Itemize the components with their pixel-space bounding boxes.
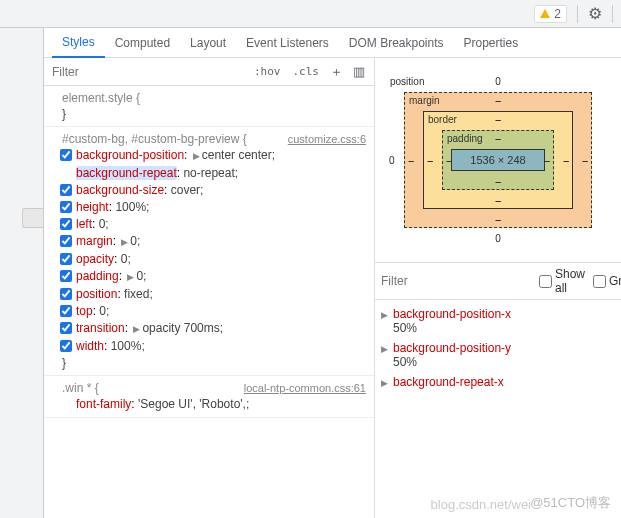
devtools-tabs: StylesComputedLayoutEvent ListenersDOM B… xyxy=(44,28,621,58)
styles-pane: :hov .cls ＋ ▥ element.style {}customize.… xyxy=(44,58,375,518)
css-value[interactable]: 0; xyxy=(99,217,109,231)
css-declaration[interactable]: width: 100%; xyxy=(62,338,366,355)
divider xyxy=(577,5,578,23)
css-value[interactable]: fixed; xyxy=(124,287,153,301)
property-toggle-checkbox[interactable] xyxy=(60,270,72,282)
margin-label: margin xyxy=(409,95,440,106)
css-value[interactable]: opacity 700ms; xyxy=(142,321,223,335)
cls-toggle[interactable]: .cls xyxy=(287,65,326,78)
source-link[interactable]: local-ntp-common.css:61 xyxy=(244,380,366,396)
expand-icon[interactable]: ▶ xyxy=(131,324,142,334)
property-toggle-checkbox[interactable] xyxy=(60,149,72,161)
computed-property[interactable]: ▶background-position-y50% xyxy=(375,338,621,372)
css-property[interactable]: background-repeat xyxy=(76,166,177,180)
toggle-panel-icon[interactable]: ▥ xyxy=(348,64,370,79)
css-value[interactable]: 0; xyxy=(130,234,140,248)
css-property[interactable]: margin xyxy=(76,234,113,248)
css-property[interactable]: height xyxy=(76,200,109,214)
property-toggle-checkbox[interactable] xyxy=(60,201,72,213)
selector[interactable]: element.style { xyxy=(62,91,140,105)
tab-properties[interactable]: Properties xyxy=(454,28,529,58)
expand-icon[interactable]: ▶ xyxy=(381,344,388,354)
css-rule: local-ntp-common.css:61.win * {font-fami… xyxy=(44,376,374,418)
show-all-checkbox[interactable]: Show all xyxy=(539,267,585,295)
css-declaration[interactable]: background-repeat: no-repeat; xyxy=(62,165,366,182)
css-declaration[interactable]: opacity: 0; xyxy=(62,251,366,268)
expand-icon[interactable]: ▶ xyxy=(191,151,202,161)
expand-icon[interactable]: ▶ xyxy=(119,237,130,247)
border-label: border xyxy=(428,114,457,125)
tab-event-listeners[interactable]: Event Listeners xyxy=(236,28,339,58)
css-property[interactable]: width xyxy=(76,339,104,353)
css-property[interactable]: background-size xyxy=(76,183,164,197)
css-value[interactable]: 100%; xyxy=(111,339,145,353)
warning-count: 2 xyxy=(554,7,561,21)
left-gutter xyxy=(0,28,44,518)
selector[interactable]: #custom-bg, #custom-bg-preview { xyxy=(62,132,247,146)
css-value[interactable]: 0; xyxy=(136,269,146,283)
css-value[interactable]: 0; xyxy=(121,252,131,266)
css-declaration[interactable]: transition: ▶opacity 700ms; xyxy=(62,320,366,338)
selector[interactable]: .win * { xyxy=(62,381,99,395)
position-label: position xyxy=(390,76,424,87)
collapsed-panel-tab[interactable] xyxy=(22,208,43,228)
css-value[interactable]: 0; xyxy=(99,304,109,318)
expand-icon[interactable]: ▶ xyxy=(381,310,388,320)
css-value[interactable]: 'Segoe UI', 'Roboto',; xyxy=(138,397,249,411)
css-property[interactable]: background-position xyxy=(76,148,184,162)
css-rule: element.style {} xyxy=(44,86,374,127)
computed-sidebar: position 0 0 0 margin ‒ ‒ ‒ ‒ xyxy=(375,58,621,518)
tab-dom-breakpoints[interactable]: DOM Breakpoints xyxy=(339,28,454,58)
styles-filter-input[interactable] xyxy=(48,61,248,83)
css-property[interactable]: transition xyxy=(76,321,125,335)
tab-computed[interactable]: Computed xyxy=(105,28,180,58)
css-value[interactable]: 100%; xyxy=(115,200,149,214)
new-style-rule-icon[interactable]: ＋ xyxy=(325,63,348,81)
box-model[interactable]: position 0 0 0 margin ‒ ‒ ‒ ‒ xyxy=(375,58,621,262)
property-toggle-checkbox[interactable] xyxy=(60,288,72,300)
computed-property[interactable]: ▶background-position-x50% xyxy=(375,304,621,338)
computed-filter-input[interactable] xyxy=(381,274,531,288)
divider xyxy=(612,5,613,23)
css-property[interactable]: opacity xyxy=(76,252,114,266)
css-property[interactable]: top xyxy=(76,304,93,318)
source-link[interactable]: customize.css:6 xyxy=(288,131,366,147)
css-property[interactable]: left xyxy=(76,217,92,231)
gear-icon[interactable]: ⚙ xyxy=(588,4,602,23)
css-property[interactable]: padding xyxy=(76,269,119,283)
css-declaration[interactable]: height: 100%; xyxy=(62,199,366,216)
padding-label: padding xyxy=(447,133,483,144)
css-declaration[interactable]: left: 0; xyxy=(62,216,366,233)
warning-icon xyxy=(540,9,550,18)
css-declaration[interactable]: background-size: cover; xyxy=(62,182,366,199)
property-toggle-checkbox[interactable] xyxy=(60,218,72,230)
property-toggle-checkbox[interactable] xyxy=(60,305,72,317)
css-declaration[interactable]: position: fixed; xyxy=(62,286,366,303)
group-checkbox[interactable]: Gr xyxy=(593,274,621,288)
css-value[interactable]: cover; xyxy=(171,183,204,197)
expand-icon[interactable]: ▶ xyxy=(381,378,388,388)
computed-property[interactable]: ▶background-repeat-x xyxy=(375,372,621,392)
css-value[interactable]: no-repeat; xyxy=(183,166,238,180)
property-toggle-checkbox[interactable] xyxy=(60,184,72,196)
warnings-badge[interactable]: 2 xyxy=(534,5,567,23)
css-rule: customize.css:6#custom-bg, #custom-bg-pr… xyxy=(44,127,374,376)
hov-toggle[interactable]: :hov xyxy=(248,65,287,78)
css-property[interactable]: font-family xyxy=(76,397,131,411)
property-toggle-checkbox[interactable] xyxy=(60,253,72,265)
tab-layout[interactable]: Layout xyxy=(180,28,236,58)
css-declaration[interactable]: margin: ▶0; xyxy=(62,233,366,251)
property-toggle-checkbox[interactable] xyxy=(60,322,72,334)
property-toggle-checkbox[interactable] xyxy=(60,340,72,352)
css-declaration[interactable]: padding: ▶0; xyxy=(62,268,366,286)
expand-icon[interactable]: ▶ xyxy=(125,272,136,282)
css-property[interactable]: position xyxy=(76,287,117,301)
css-value[interactable]: center center; xyxy=(202,148,275,162)
tab-styles[interactable]: Styles xyxy=(52,28,105,58)
css-declaration[interactable]: font-family: 'Segoe UI', 'Roboto',; xyxy=(62,396,366,413)
css-declaration[interactable]: background-position: ▶center center; xyxy=(62,147,366,165)
css-declaration[interactable]: top: 0; xyxy=(62,303,366,320)
property-toggle-checkbox[interactable] xyxy=(60,235,72,247)
content-size: 1536 × 248 xyxy=(451,149,545,171)
